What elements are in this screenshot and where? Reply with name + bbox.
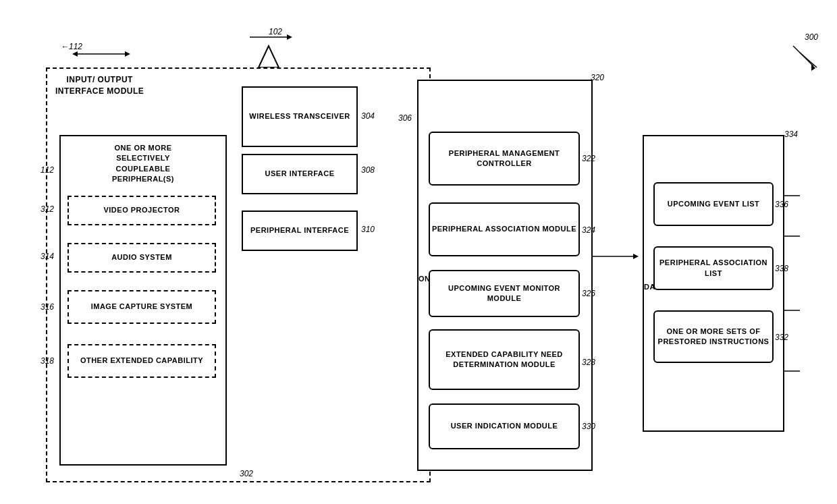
wireless-transceiver-label: WIRELESS TRANSCEIVER bbox=[249, 111, 350, 121]
prestored-instructions-box: ONE OR MORE SETS OF PRESTORED INSTRUCTIO… bbox=[653, 310, 774, 363]
ref-102: 102 bbox=[269, 27, 282, 36]
ref-320: 320 bbox=[591, 73, 604, 82]
peripheral-mgmt-label: PERIPHERAL MANAGEMENT CONTROLLER bbox=[430, 148, 578, 169]
ref-336: 336 bbox=[775, 200, 788, 209]
svg-marker-33 bbox=[811, 64, 815, 71]
io-module-outer-label: INPUT/ OUTPUTINTERFACE MODULE bbox=[55, 74, 144, 97]
other-extended-box: OTHER EXTENDED CAPABILITY bbox=[68, 344, 216, 378]
user-interface-label: USER INTERFACE bbox=[265, 169, 335, 179]
ref-306: 306 bbox=[398, 113, 412, 123]
peripheral-interface-box: PERIPHERAL INTERFACE bbox=[242, 211, 358, 251]
ref-310: 310 bbox=[361, 225, 375, 234]
user-indication-box: USER INDICATION MODULE bbox=[429, 403, 580, 449]
ref-304: 304 bbox=[361, 111, 375, 121]
ref-302: 302 bbox=[240, 469, 253, 478]
ref-326: 326 bbox=[582, 289, 595, 298]
ref-112-label: ←112 bbox=[61, 42, 82, 51]
peripheral-assoc-list-label: PERIPHERAL ASSOCIATION LIST bbox=[655, 258, 772, 279]
peripheral-assoc-label: PERIPHERAL ASSOCIATION MODULE bbox=[432, 224, 576, 234]
ref-328: 328 bbox=[582, 358, 595, 367]
ref-318: 318 bbox=[40, 356, 54, 366]
peripheral-mgmt-box: PERIPHERAL MANAGEMENT CONTROLLER bbox=[429, 132, 580, 186]
extended-capability-box: EXTENDED CAPABILITY NEED DETERMINATION M… bbox=[429, 329, 580, 390]
svg-marker-20 bbox=[633, 254, 639, 259]
video-projector-label: VIDEO PROJECTOR bbox=[103, 205, 180, 215]
ref-330: 330 bbox=[582, 422, 595, 431]
svg-line-32 bbox=[793, 46, 813, 66]
video-projector-box: VIDEO PROJECTOR bbox=[68, 196, 216, 225]
wireless-transceiver-box: WIRELESS TRANSCEIVER bbox=[242, 86, 358, 147]
ref-112-inner: 112 bbox=[40, 165, 54, 175]
svg-marker-6 bbox=[125, 51, 130, 57]
ref-316: 316 bbox=[40, 302, 54, 312]
ref-300: 300 bbox=[805, 32, 818, 42]
svg-marker-31 bbox=[815, 65, 819, 72]
svg-marker-0 bbox=[259, 46, 279, 67]
user-interface-box: USER INTERFACE bbox=[242, 154, 358, 194]
ref-334: 334 bbox=[784, 130, 798, 139]
ref-324: 324 bbox=[582, 225, 595, 235]
peripheral-assoc-list-box: PERIPHERAL ASSOCIATION LIST bbox=[653, 246, 774, 290]
ref-314: 314 bbox=[40, 252, 54, 261]
prestored-instructions-label: ONE OR MORE SETS OF PRESTORED INSTRUCTIO… bbox=[655, 327, 772, 347]
peripherals-inner-label: ONE OR MORESELECTIVELYCOUPLEABLEPERIPHER… bbox=[68, 143, 225, 185]
svg-marker-5 bbox=[72, 51, 78, 57]
patent-diagram: 300 102 ←112 INPUT/ OUTPUTINTERFACE MODU… bbox=[0, 0, 837, 504]
ref-322: 322 bbox=[582, 154, 595, 163]
other-extended-label: OTHER EXTENDED CAPABILITY bbox=[80, 356, 203, 366]
svg-line-30 bbox=[800, 53, 817, 67]
user-indication-label: USER INDICATION MODULE bbox=[451, 421, 558, 431]
upcoming-event-box: UPCOMING EVENT MONITOR MODULE bbox=[429, 270, 580, 317]
upcoming-event-list-box: UPCOMING EVENT LIST bbox=[653, 182, 774, 226]
ref-308: 308 bbox=[361, 165, 375, 175]
image-capture-label: IMAGE CAPTURE SYSTEM bbox=[91, 302, 193, 312]
ref-312: 312 bbox=[40, 204, 54, 214]
ref-338: 338 bbox=[775, 264, 788, 273]
svg-marker-3 bbox=[287, 34, 292, 40]
audio-system-box: AUDIO SYSTEM bbox=[68, 243, 216, 273]
peripheral-interface-label: PERIPHERAL INTERFACE bbox=[250, 225, 349, 235]
peripheral-assoc-box: PERIPHERAL ASSOCIATION MODULE bbox=[429, 202, 580, 256]
extended-capability-label: EXTENDED CAPABILITY NEED DETERMINATION M… bbox=[430, 349, 578, 370]
image-capture-box: IMAGE CAPTURE SYSTEM bbox=[68, 290, 216, 324]
upcoming-event-list-label: UPCOMING EVENT LIST bbox=[668, 199, 760, 209]
ref-332: 332 bbox=[775, 333, 788, 342]
upcoming-event-label: UPCOMING EVENT MONITOR MODULE bbox=[430, 283, 578, 304]
audio-system-label: AUDIO SYSTEM bbox=[111, 252, 172, 262]
